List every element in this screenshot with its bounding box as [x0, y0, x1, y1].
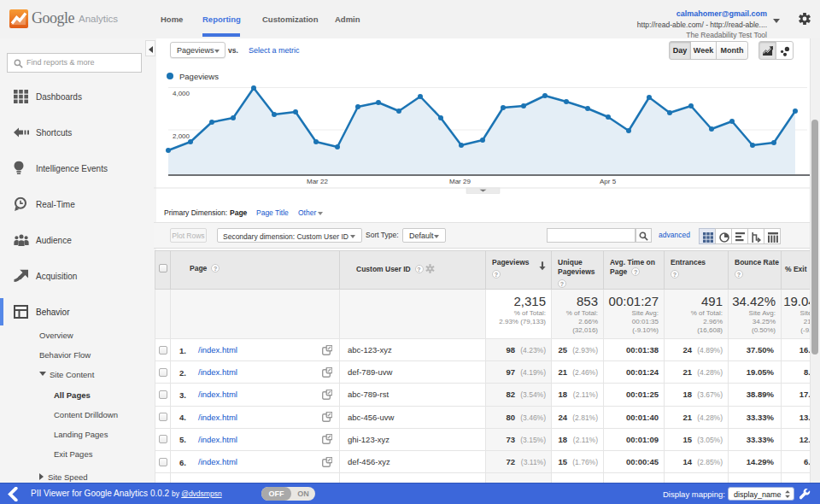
svg-text:Pageviews: Pageviews	[179, 73, 219, 81]
svg-text:2,000: 2,000	[173, 132, 190, 140]
svg-text:Apr 5: Apr 5	[600, 178, 617, 185]
svg-text:Mar 22: Mar 22	[307, 178, 328, 185]
svg-text:4,000: 4,000	[173, 90, 190, 97]
svg-text:Mar 29: Mar 29	[449, 178, 471, 185]
